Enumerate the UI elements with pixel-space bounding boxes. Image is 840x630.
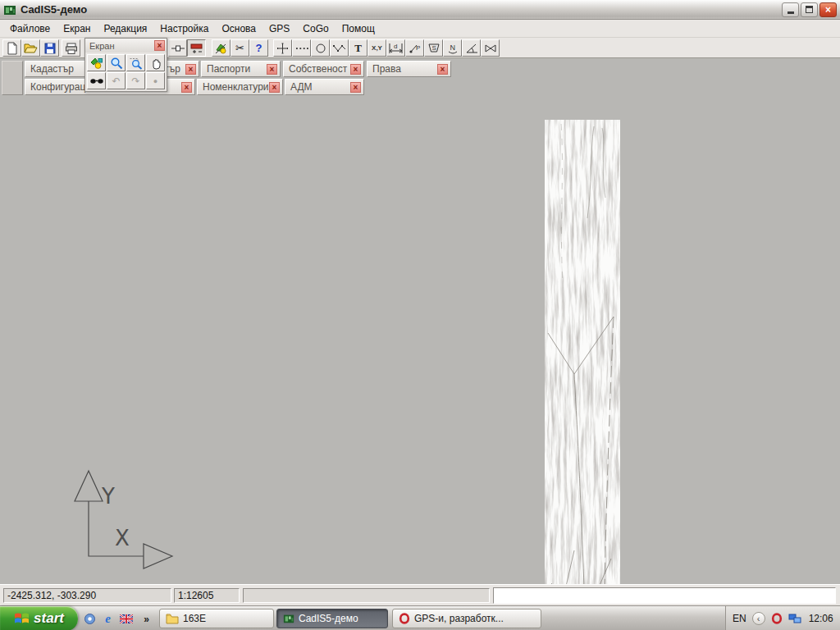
surface-button[interactable]: S [424, 39, 443, 57]
menu-bar: Файлове Екран Редакция Настройка Основа … [0, 20, 840, 38]
raster-map-strip [545, 120, 620, 630]
open-file-button[interactable] [21, 39, 40, 57]
pan-hand-icon [149, 57, 162, 70]
internet-explorer-icon[interactable]: e [101, 612, 115, 626]
panel-sobstvenost[interactable]: Собственост × [283, 61, 364, 77]
menu-settings[interactable]: Настройка [153, 21, 215, 37]
minimize-button[interactable] [782, 2, 799, 17]
x-axis-arrowhead [144, 544, 172, 568]
menu-gps[interactable]: GPS [262, 21, 296, 37]
coordinate-axes-symbol: Y X [66, 464, 180, 571]
north-direction-button[interactable]: N [443, 39, 462, 57]
save-button[interactable] [40, 39, 59, 57]
menu-edit[interactable]: Редакция [97, 21, 153, 37]
edit-style-button[interactable] [212, 39, 231, 57]
ekran-palette-body: ↶ ↷ ● [85, 52, 167, 91]
zoom-in-button[interactable] [107, 54, 126, 71]
coordinates-button[interactable]: X,Y [368, 39, 386, 57]
point-row-icon [294, 42, 308, 55]
panel-prava-close-icon[interactable]: × [437, 64, 448, 75]
menu-base[interactable]: Основа [215, 21, 262, 37]
measure-points-button[interactable] [292, 39, 311, 57]
pan-hand-button[interactable] [146, 54, 165, 71]
center-point-icon: ● [153, 77, 158, 85]
distance-button[interactable]: d [386, 39, 405, 57]
drawing-canvas[interactable]: Y X [0, 58, 840, 584]
intersection-button[interactable] [481, 39, 500, 57]
surface-icon: S [427, 42, 441, 55]
start-button[interactable]: start [0, 606, 78, 630]
clock: 12:06 [809, 613, 833, 624]
panel-adm[interactable]: АДМ × [285, 79, 364, 95]
help-button[interactable]: ? [249, 39, 268, 57]
undo-button[interactable]: ↶ [107, 72, 126, 89]
zoom-window-button[interactable] [126, 54, 145, 71]
maximize-button[interactable] [801, 2, 818, 17]
toolbar-dock-stub [2, 61, 23, 95]
panel-prava[interactable]: Права × [367, 61, 451, 77]
text-icon: T [354, 42, 362, 55]
close-button[interactable]: × [819, 2, 837, 17]
ekran-palette-close-icon[interactable]: × [154, 40, 165, 51]
panel-nomenklaturi-close-icon[interactable]: × [269, 82, 280, 93]
panel-adm-label: АДМ [290, 81, 313, 93]
window-titlebar[interactable]: CadIS5-демо × [0, 0, 840, 20]
save-floppy-icon [43, 42, 57, 55]
print-button[interactable] [62, 39, 80, 57]
start-label: start [34, 610, 64, 627]
ekran-palette[interactable]: Екран × [84, 38, 167, 92]
circle-button[interactable] [311, 39, 330, 57]
taskbar-button-gps-label: GPS-и, разработк... [414, 613, 504, 624]
taskbar-button-163e-label: 163E [183, 613, 206, 624]
panel-pasporti-label: Паспорти [207, 63, 250, 75]
y-axis-label: Y [101, 484, 115, 509]
snap-crosshair-button[interactable] [273, 39, 292, 57]
glasses-icon [89, 75, 104, 88]
panel-sobstvenost-close-icon[interactable]: × [350, 64, 361, 75]
view-glasses-button[interactable] [87, 72, 106, 89]
polyline-button[interactable] [330, 39, 349, 57]
menu-screen[interactable]: Екран [57, 21, 97, 37]
cut-button[interactable]: ✂ [231, 39, 249, 57]
language-indicator[interactable]: EN [733, 613, 746, 624]
wire-node-toggle-button[interactable] [168, 39, 187, 57]
new-document-button[interactable] [2, 39, 21, 57]
opera-tray-icon[interactable] [771, 613, 783, 624]
network-tray-icon[interactable] [788, 613, 801, 624]
panel-konfiguracia-close-icon[interactable]: × [181, 82, 192, 93]
redo-button[interactable]: ↷ [126, 72, 145, 89]
center-point-button[interactable]: ● [146, 72, 165, 89]
quick-launch-app-icon[interactable] [83, 612, 97, 626]
ekran-palette-titlebar[interactable]: Екран × [85, 39, 167, 52]
menu-cogo[interactable]: CoGo [296, 21, 335, 37]
opera-icon [399, 613, 410, 624]
crosshair-icon [276, 42, 290, 55]
menu-help[interactable]: Помощ [336, 21, 381, 37]
uk-flag-icon[interactable] [119, 612, 133, 626]
zoom-extents-button[interactable] [87, 54, 106, 71]
text-button[interactable]: T [349, 39, 368, 57]
panel-pasporti[interactable]: Паспорти × [201, 61, 281, 77]
tray-collapse-chevron-icon[interactable]: ‹ [752, 612, 765, 625]
taskbar-button-cadis-label: CadIS5-демо [299, 613, 358, 624]
wire-node-icon [171, 42, 185, 55]
taskbar-button-163e[interactable]: 163E [159, 609, 274, 628]
polyline-icon [332, 42, 347, 55]
panel-nomenklaturi[interactable]: Номенклатури × [197, 79, 283, 95]
strip-grain [545, 120, 620, 630]
panel-rastar-close-icon[interactable]: × [185, 64, 196, 75]
point-number-button[interactable]: P [405, 39, 424, 57]
panel-pasporti-close-icon[interactable]: × [267, 64, 277, 75]
north-icon: N [445, 42, 460, 55]
maximize-icon [806, 6, 813, 13]
command-input[interactable] [493, 587, 836, 604]
taskbar-button-gps[interactable]: GPS-и, разработк... [392, 609, 541, 628]
svg-text:S: S [431, 44, 436, 52]
raster-toggle-button[interactable] [187, 39, 206, 57]
x-axis-label: X [115, 526, 130, 550]
panel-adm-close-icon[interactable]: × [350, 82, 361, 93]
angle-button[interactable] [462, 39, 481, 57]
menu-files[interactable]: Файлове [3, 21, 57, 37]
taskbar-button-cadis[interactable]: CadIS5-демо [276, 609, 388, 628]
quick-launch-overflow-chevron[interactable]: » [139, 612, 153, 626]
